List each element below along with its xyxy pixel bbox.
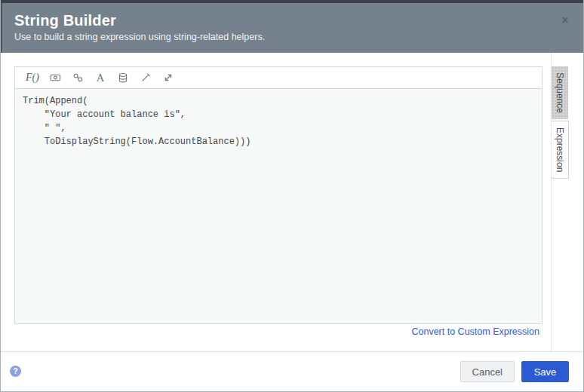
save-button[interactable]: Save bbox=[521, 361, 569, 382]
cancel-button[interactable]: Cancel bbox=[460, 361, 515, 382]
code-line: Trim(Append( bbox=[23, 94, 534, 108]
text-icon[interactable]: A bbox=[89, 69, 112, 86]
editor-toolbar: F() A bbox=[15, 67, 542, 89]
dialog-content: F() A bbox=[1, 53, 583, 351]
dialog-footer: ? Cancel Save bbox=[1, 351, 583, 391]
data-source-icon[interactable] bbox=[112, 69, 134, 86]
function-icon[interactable]: F() bbox=[21, 69, 44, 86]
expression-code-area[interactable]: Trim(Append( "Your account balance is", … bbox=[15, 89, 542, 323]
expand-icon[interactable] bbox=[157, 69, 180, 86]
dialog-header: String Builder Use to build a string exp… bbox=[1, 3, 583, 53]
dialog-title: String Builder bbox=[14, 11, 570, 29]
code-line: "Your account balance is", bbox=[23, 108, 534, 121]
code-line: " ", bbox=[23, 121, 534, 135]
expression-editor: F() A bbox=[14, 66, 543, 324]
convert-to-custom-expression-link[interactable]: Convert to Custom Expression bbox=[411, 326, 539, 337]
help-icon[interactable]: ? bbox=[10, 366, 21, 377]
string-builder-dialog: String Builder Use to build a string exp… bbox=[0, 0, 584, 392]
tab-sequence[interactable]: Sequence bbox=[552, 66, 568, 119]
value-token-icon[interactable] bbox=[44, 69, 66, 86]
wand-icon[interactable] bbox=[134, 69, 157, 86]
tab-expression[interactable]: Expression bbox=[552, 121, 569, 179]
right-tab-strip: Sequence Expression bbox=[551, 53, 583, 351]
dialog-subtitle: Use to build a string expression using s… bbox=[14, 32, 570, 42]
linked-values-icon[interactable] bbox=[66, 69, 89, 86]
code-line: ToDisplayString(Flow.AccountBalance))) bbox=[23, 135, 534, 149]
close-icon[interactable]: × bbox=[558, 14, 572, 27]
